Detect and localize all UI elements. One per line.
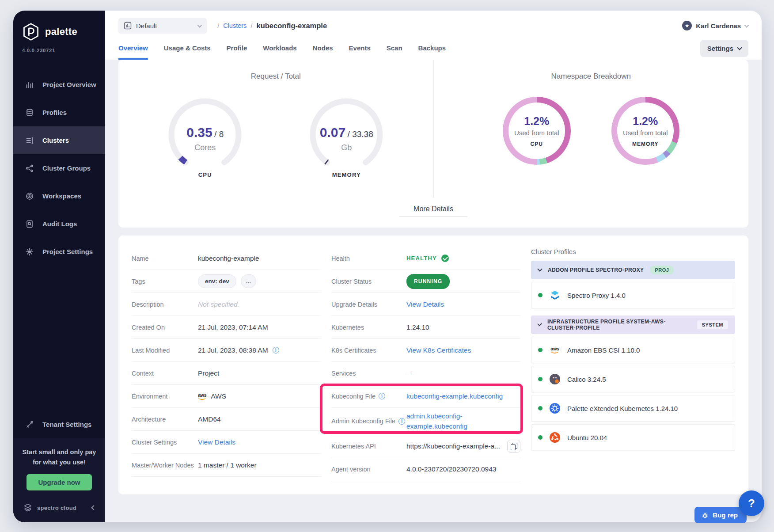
settings-button-label: Settings — [707, 45, 733, 52]
aws-icon: aws — [198, 393, 206, 400]
info-icon[interactable] — [398, 418, 405, 425]
cluster-profiles-title: Cluster Profiles — [531, 248, 735, 255]
cpu-total-value: / 8 — [214, 129, 224, 139]
chevron-down-icon — [197, 23, 202, 27]
cpu-namespace-donut: 1.2% Used from total CPU — [503, 97, 571, 165]
infrastructure-profile-name: INFRASTRUCTURE PROFILE SYSTEM-AWS-CLUSTE… — [547, 319, 691, 331]
health-status: HEALTHY — [406, 255, 437, 262]
breadcrumb-separator: / — [250, 22, 252, 30]
sidebar-item-cluster-groups[interactable]: Cluster Groups — [13, 154, 105, 182]
description-value: Not specified. — [198, 300, 321, 308]
detail-row-context: Context Project — [132, 362, 321, 385]
detail-row-kubernetes-api: Kubernetes API https://kubeconfig-exampl… — [331, 435, 520, 458]
tag-overflow[interactable]: ... — [241, 274, 256, 288]
detail-row-cluster-settings: Cluster Settings View Details — [132, 431, 321, 454]
kubeconfig-group: Kubeconfig File kubeconfig-example.kubec… — [331, 385, 520, 435]
sidebar-item-audit-logs[interactable]: Audit Logs — [13, 210, 105, 238]
status-badge: RUNNING — [406, 274, 450, 289]
user-menu[interactable]: ★ Karl Cardenas — [682, 21, 748, 30]
detail-row-k8s-certificates: K8s Certificates View K8s Certificates — [331, 339, 520, 362]
detail-row-tags: Tags env: dev ... — [132, 270, 321, 293]
profile-pack-row-pxk[interactable]: Palette eXtended Kubernetes 1.24.10 — [531, 395, 735, 422]
gear-icon — [25, 247, 34, 256]
profile-pack-row-aws-ebs[interactable]: aws Amazon EBS CSI 1.10.0 — [531, 337, 735, 363]
sidebar-item-tenant-settings[interactable]: Tenant Settings — [13, 410, 105, 438]
user-name: Karl Cardenas — [696, 22, 741, 30]
brand-name: palette — [45, 26, 77, 38]
more-details-button[interactable]: More Details — [399, 201, 467, 217]
ubuntu-icon — [549, 431, 561, 444]
project-selector[interactable]: Default — [118, 18, 207, 34]
upgrade-details-link[interactable]: View Details — [406, 300, 444, 308]
aws-icon: aws — [549, 344, 561, 356]
help-question-icon: ? — [748, 497, 755, 510]
cpu-unit: Cores — [159, 143, 251, 152]
help-button[interactable]: ? — [739, 490, 764, 516]
memory-donut-label: MEMORY — [632, 141, 659, 147]
sidebar-item-profiles[interactable]: Profiles — [13, 99, 105, 126]
pack-name: Palette eXtended Kubernetes 1.24.10 — [567, 405, 678, 412]
cpu-request-value: 0.35 — [186, 125, 212, 140]
settings-button[interactable]: Settings — [700, 40, 748, 57]
tab-usage-costs[interactable]: Usage & Costs — [164, 44, 211, 60]
tab-nodes[interactable]: Nodes — [313, 44, 333, 60]
spectro-proxy-icon — [549, 289, 561, 301]
details-column-left: Name kubeconfig-example Tags env: dev ..… — [132, 247, 321, 481]
info-icon[interactable] — [273, 347, 279, 353]
system-badge: SYSTEM — [697, 320, 728, 329]
sidebar-item-project-settings[interactable]: Project Settings — [13, 238, 105, 266]
namespace-breakdown-title: Namespace Breakdown — [551, 72, 631, 81]
kubeconfig-file-link[interactable]: kubeconfig-example.kubeconfig — [406, 392, 503, 400]
chevron-down-icon — [744, 23, 749, 27]
profile-pack-row-calico[interactable]: Calico 3.24.5 — [531, 366, 735, 392]
profile-pack-row-spectro-proxy[interactable]: Spectro Proxy 1.4.0 — [531, 282, 735, 308]
sidebar-item-label: Profiles — [42, 109, 67, 116]
breadcrumb-separator: / — [217, 22, 219, 30]
detail-row-kubernetes: Kubernetes 1.24.10 — [331, 316, 520, 339]
collapse-sidebar-icon[interactable] — [91, 505, 96, 510]
cluster-profiles-panel: Cluster Profiles ADDON PROFILE SPECTRO-P… — [531, 247, 735, 481]
cpu-used-caption: Used from total — [514, 129, 559, 137]
bug-report-label: Bug rep — [713, 511, 738, 519]
detail-row-name: Name kubeconfig-example — [132, 247, 321, 270]
sidebar-item-label: Project Settings — [42, 248, 93, 255]
document-search-icon — [25, 220, 34, 228]
pack-name: Ubuntu 20.04 — [567, 434, 607, 441]
upgrade-now-button[interactable]: Upgrade now — [27, 474, 91, 490]
addon-profile-name: ADDON PROFILE SPECTRO-PROXY — [548, 267, 644, 273]
tab-backups[interactable]: Backups — [418, 44, 446, 60]
detail-row-cluster-status: Cluster Status RUNNING — [331, 270, 520, 293]
sidebar-item-workspaces[interactable]: Workspaces — [13, 182, 105, 210]
copy-icon[interactable] — [507, 440, 520, 453]
spectro-cloud-logo-icon — [23, 503, 33, 513]
pack-status-dot — [538, 348, 543, 352]
check-circle-icon — [441, 255, 449, 262]
breadcrumb-clusters-link[interactable]: Clusters — [223, 22, 247, 29]
sidebar-item-label: Clusters — [42, 137, 69, 144]
sidebar-item-project-overview[interactable]: Project Overview — [13, 71, 105, 99]
sidebar-spacer — [13, 266, 105, 410]
tab-profile[interactable]: Profile — [227, 44, 247, 60]
banner-text: Start small and only pay for what you us… — [22, 447, 96, 467]
sidebar-item-clusters[interactable]: Clusters — [13, 126, 105, 154]
infrastructure-profile-header[interactable]: INFRASTRUCTURE PROFILE SYSTEM-AWS-CLUSTE… — [531, 315, 735, 334]
tab-workloads[interactable]: Workloads — [263, 44, 296, 60]
memory-request-value: 0.07 — [320, 125, 345, 140]
bug-report-button[interactable]: Bug rep — [694, 507, 747, 523]
info-icon[interactable] — [379, 393, 385, 399]
profile-pack-row-ubuntu[interactable]: Ubuntu 20.04 — [531, 424, 735, 451]
pack-status-dot — [538, 377, 543, 381]
memory-used-percent: 1.2% — [633, 115, 658, 128]
network-nodes-icon — [25, 164, 34, 173]
tab-bar: Overview Usage & Costs Profile Workloads… — [118, 44, 446, 60]
pack-name: Amazon EBS CSI 1.10.0 — [567, 346, 640, 354]
main-area: Default / Clusters / kubeconfig-example … — [105, 11, 762, 522]
tab-scan[interactable]: Scan — [387, 44, 402, 60]
tab-events[interactable]: Events — [349, 44, 371, 60]
admin-kubeconfig-file-link[interactable]: admin.kubeconfig-example.kubeconfig — [406, 411, 478, 432]
breadcrumb: / Clusters / kubeconfig-example — [217, 22, 327, 30]
tab-overview[interactable]: Overview — [118, 44, 148, 60]
cluster-settings-link[interactable]: View Details — [198, 438, 235, 446]
addon-profile-header[interactable]: ADDON PROFILE SPECTRO-PROXY PROJ — [531, 261, 735, 279]
k8s-certificates-link[interactable]: View K8s Certificates — [406, 346, 471, 354]
